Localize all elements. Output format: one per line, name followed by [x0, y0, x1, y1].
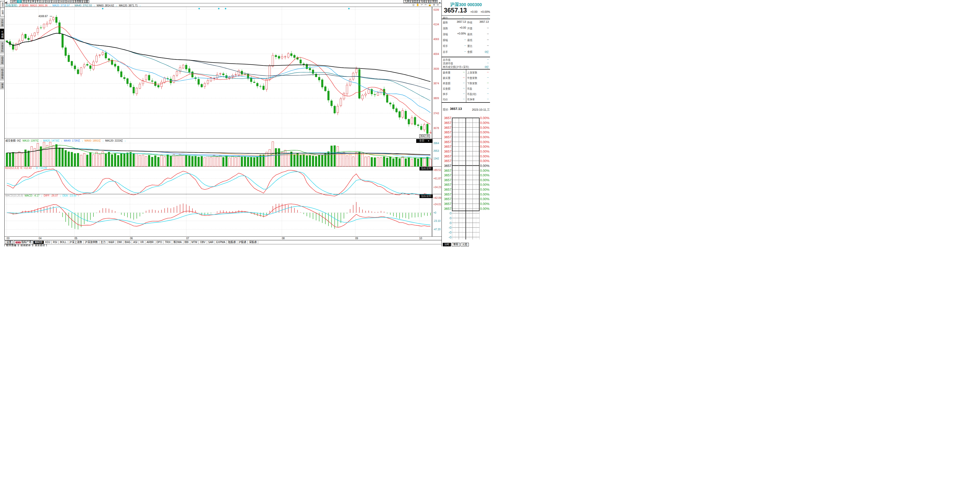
bottom-link-股市直播[interactable]: 股市直播	[4, 244, 18, 246]
svg-text:4069: 4069	[433, 38, 439, 41]
ladder-percent: 0.00%	[480, 164, 490, 168]
indicator-value-0: K: +12.43	[21, 167, 32, 169]
sidebar-item-2[interactable]: 应用	[0, 8, 5, 16]
sidebar-item-3[interactable]: 分时图	[0, 18, 4, 28]
indicator-tab-沪深上涨数[interactable]: 沪深上涨数	[68, 241, 84, 244]
ladder-percent: 0.00%	[480, 154, 490, 158]
indicator-tab-BIAS[interactable]: BIAS	[123, 241, 132, 244]
volume-mode-label: 金额	[419, 139, 425, 142]
indicator-tab-TRIX[interactable]: TRIX	[164, 241, 172, 244]
ladder-price: 3657	[442, 164, 452, 168]
indicator-tab-DMI[interactable]: DMI	[116, 241, 123, 244]
sidebar-item-8[interactable]: 更多	[0, 82, 4, 89]
ladder-percent: 0.00%	[480, 140, 490, 144]
down-arrow-icon: ↓	[41, 194, 42, 197]
ladder-percent: 0.00%	[480, 126, 490, 129]
svg-text:3678: 3678	[433, 127, 439, 129]
indicator-value-4: MA120: 2223亿	[105, 139, 123, 142]
svg-text:4134: 4134	[433, 23, 439, 26]
indicator-tab-陆股通[interactable]: 陆股通	[227, 241, 237, 244]
down-arrow-icon: ↓	[40, 139, 41, 142]
indicator-tab-BOLL[interactable]: BOLL	[59, 241, 68, 244]
ladder-price: 3657	[442, 140, 452, 144]
svg-text:4199: 4199	[433, 8, 439, 11]
ladder-price: 3657	[442, 126, 452, 129]
svg-text:+34.23: +34.23	[433, 186, 441, 188]
indicator-tab-MTM[interactable]: MTM	[190, 241, 199, 244]
indicator-tab-MACD[interactable]: MACD	[33, 241, 44, 244]
sidebar-item-5[interactable]: 大盘资料	[0, 40, 4, 54]
bottom-link-高手观点[interactable]: 高手观点	[33, 244, 47, 246]
indicator-tab-新DMA[interactable]: 新DMA	[172, 241, 183, 244]
panel-tab-火焰[interactable]: 火焰	[461, 243, 469, 246]
macd-indicator-help-button[interactable]: 指标说明	[420, 195, 433, 198]
svg-text:2653: 2653	[433, 150, 439, 152]
volume-mode-dropdown[interactable]: 金额 ▼	[416, 139, 433, 143]
ladder-price: 3657	[442, 150, 452, 153]
sidebar-item-7[interactable]: 综合排名	[0, 67, 4, 81]
sidebar-item-4[interactable]: K线图	[0, 29, 4, 39]
svg-text:◆: ◆	[225, 7, 226, 10]
svg-text:3939: 3939	[433, 67, 439, 70]
svg-text:-47.20: -47.20	[433, 228, 441, 231]
ladder-price: 3657	[442, 197, 452, 201]
indicator-tab-ARBR[interactable]: ARBR	[145, 241, 155, 244]
settings-tab[interactable]: 设置	[5, 241, 13, 244]
svg-text:◆: ◆	[102, 7, 104, 10]
indicator-tab-BBI[interactable]: BBI	[183, 241, 190, 244]
indicator-tab-主力[interactable]: 主力	[99, 241, 107, 244]
indicator-plaza-tab[interactable]: NEW指标广场	[14, 241, 33, 244]
ladder-percent: 0.00%	[480, 159, 490, 163]
svg-text:3874: 3874	[433, 82, 439, 85]
indicator-tab-深股通[interactable]: 深股通	[248, 241, 258, 244]
indicator-tab-DPO[interactable]: DPO	[155, 241, 164, 244]
indicator-value-2: DEA: -23.99	[62, 194, 76, 197]
ladder-price: 3657	[442, 121, 452, 125]
panel-divider	[442, 102, 490, 103]
indicator-tab-ASI[interactable]: ASI	[132, 241, 139, 244]
indicator-tab-W&R[interactable]: W&R	[107, 241, 116, 244]
ladder-percent: 0.00%	[480, 202, 490, 206]
ladder-percent: 0.00%	[480, 183, 490, 187]
panel-tab-筹码[interactable]: 筹码	[452, 243, 460, 246]
ladder-price: 0	[442, 221, 452, 225]
sidebar-item-6[interactable]: 自选股	[0, 55, 4, 65]
ladder-price: 3657	[442, 116, 452, 120]
ladder-price: 3657	[442, 202, 452, 206]
indicator-value-1: MA20: 1473亿	[43, 139, 59, 142]
panel-tab-分时[interactable]: 分时	[443, 243, 451, 246]
indicator-tab-OBV[interactable]: OBV	[199, 241, 207, 244]
indicator-tab-KDJ[interactable]: KDJ	[44, 241, 52, 244]
svg-text:+89.51: +89.51	[433, 169, 441, 171]
panel-divider	[442, 15, 490, 16]
svg-text:06: 06	[130, 237, 133, 240]
sidebar-item-1[interactable]: 首页	[0, 1, 5, 8]
down-arrow-icon: ↓	[78, 194, 79, 197]
ladder-price: 3657	[442, 173, 452, 177]
indicator-value-2: MA40: 1726亿	[64, 139, 80, 142]
kdj-indicator-help-button[interactable]: 指标说明	[420, 167, 433, 171]
ladder-percent: 0.00%	[480, 178, 490, 182]
indicator-name: MACD(10,20,9)	[5, 194, 23, 197]
ladder-price: 3657	[442, 169, 452, 172]
indicator-tab-沪深涨停数[interactable]: 沪深涨停数	[84, 241, 99, 244]
down-arrow-icon: ↓	[33, 167, 34, 169]
indicator-tab-EXPMA[interactable]: EXPMA	[215, 241, 227, 244]
last-price: 3657.13	[444, 6, 467, 14]
indicator-tab-SAR[interactable]: SAR	[207, 241, 215, 244]
ladder-price: 0	[442, 211, 452, 215]
ladder-percent: 0.00%	[480, 197, 490, 201]
main-chart-canvas[interactable]: 0304050607080910419941344069400439393874…	[4, 0, 441, 240]
indicator-tab-RSI[interactable]: RSI	[52, 241, 59, 244]
svg-text:+0: +0	[433, 211, 436, 214]
ladder-price: 3657	[442, 135, 452, 139]
svg-text:+42.09: +42.09	[433, 196, 441, 199]
indicator-tab-VR[interactable]: VR	[139, 241, 145, 244]
panel-bottom-tabs: 分时筹码火焰	[443, 242, 469, 246]
svg-text:+61.87: +61.87	[433, 177, 441, 180]
new-badge: NEW	[16, 241, 21, 243]
svg-text:08: 08	[282, 237, 285, 240]
bottom-link-投资机会[interactable]: 投资机会	[19, 244, 32, 246]
indicator-tab-沪股通[interactable]: 沪股通	[237, 241, 248, 244]
price-ladder-grid[interactable]	[452, 115, 479, 239]
